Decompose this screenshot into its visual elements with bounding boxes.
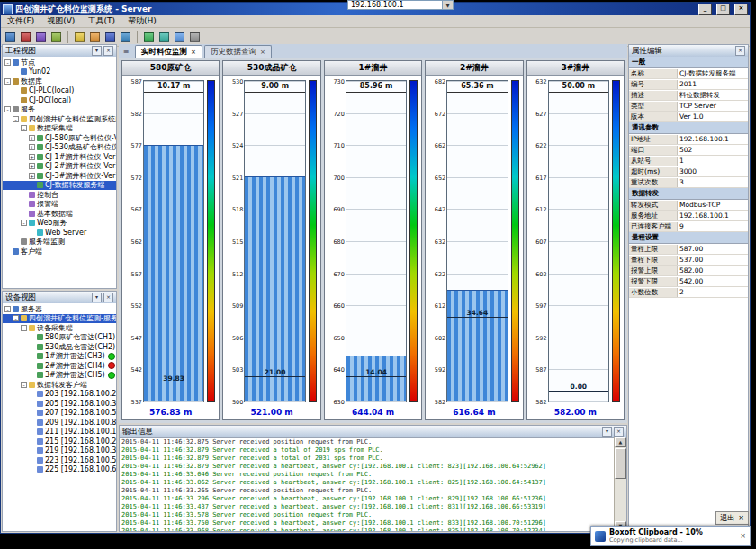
property-row[interactable]: IP地址192.168.100.1 (629, 134, 748, 145)
minimize-button[interactable]: _ (698, 4, 712, 15)
property-row[interactable]: 已连接客户端9 (629, 221, 748, 232)
project-tree-item[interactable]: +CJ-1#溜井料位仪-Ver1 (3, 152, 116, 162)
project-tree-item[interactable]: +CJ-3#溜井料位仪-Ver1 (3, 171, 116, 181)
project-tree-item[interactable]: CJ-数据转发服务端 (3, 181, 116, 191)
property-row[interactable]: 名称CJ-数据转发服务端 (629, 68, 748, 79)
scrollbar-thumb[interactable] (615, 448, 626, 479)
project-tree-item[interactable]: 客户端 (3, 247, 116, 256)
menu-item-0[interactable]: 文件(F) (1, 15, 40, 27)
property-row[interactable]: 报警下限542.00 (629, 276, 748, 287)
close-icon[interactable]: × (614, 427, 624, 436)
device-tree-item[interactable]: 209 [192.168.100.8] (3, 418, 116, 428)
close-button[interactable]: × (734, 4, 748, 15)
device-tree-item[interactable]: 223 [192.168.100.52] (3, 455, 116, 465)
device-tree-item[interactable]: 2#溜井雷达(CH4) (3, 361, 116, 371)
device-tree-item[interactable]: -四创溜井矿仓料位监测-服务 (3, 314, 116, 324)
tree-expander-icon[interactable]: + (29, 163, 35, 169)
collapse-icon[interactable]: ▾ (92, 292, 102, 302)
property-row[interactable]: 从站号1 (629, 156, 748, 166)
property-row[interactable]: 转发模式Modbus-TCP (629, 200, 748, 211)
tree-expander-icon[interactable]: - (13, 315, 19, 321)
monitor-button[interactable] (142, 31, 156, 44)
tab-close-icon[interactable]: × (191, 49, 196, 56)
project-tree-item[interactable]: -数据库 (3, 76, 116, 86)
property-value[interactable]: 料位数据转发 (678, 91, 748, 100)
property-section-header[interactable]: 通讯参数 (629, 122, 748, 134)
device-tree-item[interactable]: 1#溜井雷达(CH3) (3, 352, 116, 362)
tab-close-icon[interactable]: × (260, 49, 266, 56)
project-tree-item[interactable]: 基本数据端 (3, 209, 116, 219)
popup-close-icon[interactable]: × (740, 532, 746, 540)
tree-expander-icon[interactable]: - (21, 125, 27, 131)
project-tree-item[interactable]: -Web服务 (3, 219, 116, 229)
close-icon[interactable]: × (104, 46, 113, 56)
connect-server-button[interactable] (4, 31, 17, 44)
add-button[interactable] (73, 31, 86, 44)
device-tree-item[interactable]: 3#溜井雷达(CH5) (3, 371, 116, 381)
property-row[interactable]: 量程下限537.00 (629, 255, 748, 266)
property-value[interactable]: CJ-数据转发服务端 (678, 69, 748, 78)
property-value[interactable]: 1 (678, 157, 748, 165)
project-tree-item[interactable]: +CJ-530成品矿仓料位仪-Ver1 (3, 143, 116, 153)
device-tree-item[interactable]: -服务器 (3, 304, 116, 314)
property-section-header[interactable]: 数据转发 (629, 188, 748, 200)
property-row[interactable]: 版本Ver 1.0 (629, 112, 748, 122)
property-value[interactable]: TCP Server (678, 102, 748, 110)
device-tree-item[interactable]: 203 [192.168.100.2] (3, 390, 116, 400)
project-tree-item[interactable]: -服务 (3, 105, 116, 115)
property-value[interactable]: 9 (678, 222, 748, 230)
project-tree-item[interactable]: CJ-DC(local) (3, 95, 116, 105)
property-row[interactable]: 服务地址192.168.100.1 (629, 211, 748, 221)
project-tree-item[interactable]: -四创溜井矿仓料位监测系统服务组件 (3, 114, 116, 124)
property-value[interactable]: 192.168.100.1 (678, 212, 748, 220)
ip-selector[interactable]: 192.168.100.1 ▼ (347, 0, 454, 10)
property-row[interactable]: 重试次数3 (629, 177, 748, 188)
tree-expander-icon[interactable]: + (29, 135, 35, 141)
close-icon[interactable]: × (735, 46, 745, 56)
property-value[interactable]: 2011 (678, 80, 748, 88)
project-tree-item[interactable]: Yun02 (3, 68, 116, 77)
tree-expander-icon[interactable]: - (4, 59, 11, 66)
device-tree-item[interactable]: -数据转发客户端 (3, 380, 116, 390)
dropdown-arrow-icon[interactable]: ▼ (442, 1, 453, 9)
tree-expander-icon[interactable]: + (29, 144, 35, 150)
restore-button[interactable]: □ (716, 4, 730, 15)
edit-button[interactable] (88, 31, 102, 44)
device-tree-item[interactable]: 211 [192.168.100.12] (3, 428, 116, 437)
property-row[interactable]: 端口502 (629, 145, 748, 156)
property-row[interactable]: 超时(ms)3000 (629, 166, 748, 177)
collapse-icon[interactable]: ▾ (602, 427, 612, 436)
property-row[interactable]: 报警上限582.00 (629, 266, 748, 276)
device-tree-item[interactable]: 530成品仓雷达(CH2) (3, 342, 116, 352)
property-value[interactable]: 542.00 (678, 277, 748, 285)
project-tree-item[interactable]: +CJ-580原矿仓料位仪-Ver1 (3, 133, 116, 143)
project-tree-item[interactable]: 服务端监测 (3, 238, 116, 248)
log-scrollbar[interactable]: ▲ ▼ (614, 437, 626, 531)
close-icon[interactable]: × (104, 292, 113, 302)
collapse-icon[interactable]: ▾ (92, 46, 102, 56)
property-section-header[interactable]: 量程设置 (629, 232, 748, 244)
device-tree-item[interactable]: 205 [192.168.100.3] (3, 399, 116, 409)
exit-chip[interactable]: 退出 × (716, 511, 749, 525)
tree-expander-icon[interactable]: - (4, 106, 11, 112)
property-value[interactable]: 192.168.100.1 (678, 135, 748, 143)
realtime-chart-button[interactable] (158, 31, 171, 44)
tree-expander-icon[interactable]: - (13, 116, 19, 122)
property-row[interactable]: 描述料位数据转发 (629, 90, 748, 101)
device-tree-item[interactable]: 219 [192.168.100.34] (3, 446, 116, 456)
project-tree-item[interactable]: 报警端 (3, 200, 116, 210)
history-chart-button[interactable] (173, 31, 186, 44)
property-row[interactable]: 量程上限587.00 (629, 244, 748, 255)
property-value[interactable]: 3 (678, 178, 748, 186)
tab-realtime-monitor[interactable]: 实时料位监测 × (135, 45, 202, 58)
tab-list-icon[interactable]: ≡ (121, 47, 131, 58)
property-value[interactable]: 3000 (678, 167, 748, 176)
project-tree-item[interactable]: 控制台 (3, 190, 116, 200)
tree-expander-icon[interactable]: - (21, 382, 27, 388)
network-config-button[interactable] (34, 31, 48, 44)
tree-expander-icon[interactable]: - (4, 78, 11, 85)
save-all-button[interactable] (119, 31, 132, 44)
property-value[interactable]: Ver 1.0 (678, 112, 748, 121)
device-tree-item[interactable]: 225 [192.168.100.64] (3, 465, 116, 475)
project-tree-item[interactable]: -节点 (3, 58, 116, 68)
